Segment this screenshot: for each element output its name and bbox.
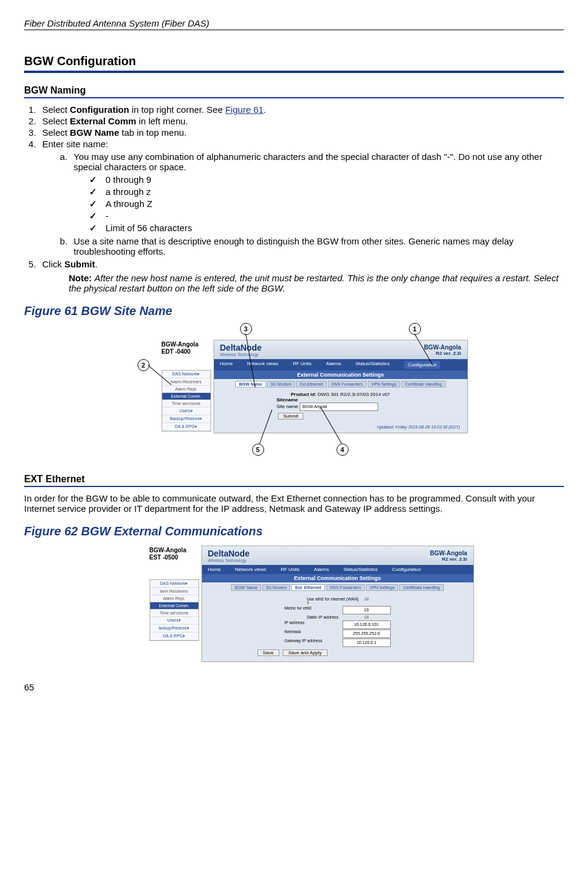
figure-62-caption: Figure 62 BGW External Communications [24, 524, 564, 538]
version-2: R2 ver. 2.3i [430, 556, 467, 562]
sidebar-item-selected[interactable]: External Comm. [150, 602, 198, 610]
ip-input[interactable]: 10.120.0.101 [343, 620, 391, 629]
subsection-rule-2 [24, 486, 564, 487]
substep-b: Use a site name that is descriptive enou… [70, 236, 564, 257]
sidebar-item[interactable]: Time serv/zone [162, 400, 210, 407]
figure-61-link[interactable]: Figure 61 [225, 104, 263, 115]
callout-5: 5 [252, 444, 264, 456]
nav-item[interactable]: RF Units [280, 567, 299, 572]
wan-checkbox[interactable]: ☑ [365, 597, 368, 605]
sidebar-item[interactable]: Users▾ [150, 617, 198, 625]
metric-input[interactable]: 10 [343, 606, 391, 614]
sidebar-item[interactable]: DAS Network▾ [162, 371, 210, 378]
nav-item[interactable]: Network views [235, 567, 267, 572]
ss-timestamp-2: BGW-Angola EST -0500 [150, 547, 186, 561]
static-ip-checkbox[interactable]: ☑ [365, 615, 368, 620]
figure-61: BGW-Angola EDT -0400 DAS Network▾ Alarm … [24, 323, 564, 462]
ss-sidebar: DAS Network▾ Alarm Receivers Alarm Repl.… [162, 370, 211, 432]
check-item: 0 through 9 [89, 174, 564, 185]
tab-bgw-name[interactable]: BGW Name [235, 381, 265, 387]
sidebar-item[interactable]: Users▾ [162, 407, 210, 415]
step-5: Click Submit. [39, 259, 564, 269]
nav-item[interactable]: Home [220, 361, 233, 369]
brand-sub-2: Wireless Technology [208, 558, 250, 563]
tab-item[interactable]: VPN Settings [366, 584, 399, 591]
updated-text: Updated: Friday 2015-08-28 14:03:38 (EDT… [217, 421, 465, 430]
tab-item[interactable]: Ext.Ethernet [296, 381, 327, 387]
netmask-input[interactable]: 255.255.252.0 [343, 629, 391, 638]
substeps-b: Use a site name that is descriptive enou… [42, 236, 564, 257]
save-apply-button[interactable]: Save and Apply [283, 649, 327, 656]
nav-item[interactable]: Home [208, 567, 221, 572]
brand-sub: Wireless Technology [220, 352, 262, 357]
sidebar-item[interactable]: Alarm Repl. [162, 386, 210, 393]
ss-body: Product id: DWG 301 R2/2.3i 07/03 2014 v… [214, 389, 467, 433]
nav-item[interactable]: Configuration [392, 567, 421, 572]
nav-item[interactable]: Status/Statistics [355, 361, 390, 369]
section-title: BGW Configuration [24, 54, 564, 68]
note-text: After the new host name is entered, the … [69, 273, 558, 293]
step-2: Select External Comm in left menu. [39, 116, 564, 126]
sidebar-item[interactable]: Backup/Restore▾ [162, 415, 210, 423]
subsection-bgw-naming: BGW Naming [24, 85, 564, 96]
sidebar-item[interactable]: larm Receivers [150, 588, 198, 595]
sidebar-item[interactable]: DA & RPG▾ [162, 423, 210, 431]
nav-item-configuration[interactable]: Configuration [404, 361, 440, 369]
sidebar-item[interactable]: Alarm Repl. [150, 595, 198, 602]
substeps: You may use any combination of alphanume… [42, 151, 564, 172]
ss-banner-2: DeltaNode Wireless Technology BGW-Angola… [202, 546, 473, 565]
nav-item[interactable]: Alarms [314, 567, 329, 572]
gateway-input[interactable]: 10.120.0.1 [343, 639, 391, 647]
version: R2 ver. 2.3i [424, 351, 461, 356]
ext-ethernet-paragraph: In order for the BGW to be able to commu… [24, 493, 564, 514]
subsection-ext-ethernet: EXT Ethernet [24, 474, 564, 485]
substep-a: You may use any combination of alphanume… [70, 151, 564, 172]
check-item: - [89, 211, 564, 222]
tab-item[interactable]: DNS Forwarders [326, 584, 365, 591]
tab-item[interactable]: Certificate Handling [399, 584, 443, 591]
callout-4: 4 [337, 444, 349, 456]
tab-item[interactable]: 3G Modem [262, 584, 291, 591]
page-header: Fiber Distributed Antenna System (Fiber … [24, 18, 564, 30]
note-label: Note: [69, 273, 95, 283]
sidebar-item[interactable]: DA & RPG▾ [150, 633, 198, 640]
tab-ext-ethernet[interactable]: Ext. Ethernet [291, 584, 324, 591]
host-name-2: BGW-Angola [430, 550, 467, 556]
figure-62: BGW-Angola EST -0500 DAS Network▾ larm R… [24, 543, 564, 658]
steps-list: Select Configuration in top right corner… [24, 104, 564, 269]
ss-sidebar-2: DAS Network▾ larm Receivers Alarm Repl. … [150, 579, 199, 641]
section-rule [24, 71, 564, 73]
sidebar-item-selected[interactable]: External Comm. [162, 393, 210, 400]
check-item: A through Z [89, 199, 564, 209]
brand: DeltaNode [220, 343, 262, 352]
tab-item[interactable]: BGW Name [231, 584, 261, 591]
submit-button[interactable]: Submit [278, 413, 304, 419]
save-button[interactable]: Save [258, 649, 279, 656]
ss-nav-2: Home Network views RF Units Alarms Statu… [202, 565, 473, 574]
step-3: Select BGW Name tab in top menu. [39, 127, 564, 138]
tab-item[interactable]: VPN Settings [368, 381, 400, 387]
check-item: Limit of 56 characters [89, 223, 564, 234]
nav-item[interactable]: RF Units [292, 361, 311, 369]
page-number: 65 [24, 682, 564, 692]
check-list: 0 through 9 a through z A through Z - Li… [70, 174, 564, 234]
tab-item[interactable]: Certificate Handling [401, 381, 445, 387]
nav-item[interactable]: Alarms [326, 361, 341, 369]
sitename-input[interactable]: BGW-Angola [300, 403, 378, 411]
nav-item[interactable]: Status/Statistics [343, 567, 378, 572]
ss-timestamp: BGW-Angola EDT -0400 [162, 341, 198, 355]
tab-item[interactable]: DNS Forwarders [328, 381, 367, 387]
ss-body-2: Use eth0 for internet (WAN) ?☑ Metric fo… [202, 593, 473, 661]
sidebar-item[interactable]: Time serv/zone [150, 610, 198, 617]
ss-window-2: DeltaNode Wireless Technology BGW-Angola… [201, 546, 474, 662]
figure-61-caption: Figure 61 BGW Site Name [24, 304, 564, 318]
check-item: a through z [89, 186, 564, 197]
step-1: Select Configuration in top right corner… [39, 104, 564, 115]
tab-item[interactable]: 3G Modem [267, 381, 296, 387]
ss-bluebar-2: External Communication Settings [202, 574, 473, 582]
sidebar-item[interactable]: DAS Network▾ [150, 580, 198, 588]
ss-tabs: BGW Name 3G Modem Ext.Ethernet DNS Forwa… [214, 379, 467, 389]
note-block: Note: After the new host name is entered… [69, 273, 564, 293]
sidebar-item[interactable]: lackup/Restore▾ [150, 625, 198, 633]
step-4: Enter site name: You may use any combina… [39, 139, 564, 257]
